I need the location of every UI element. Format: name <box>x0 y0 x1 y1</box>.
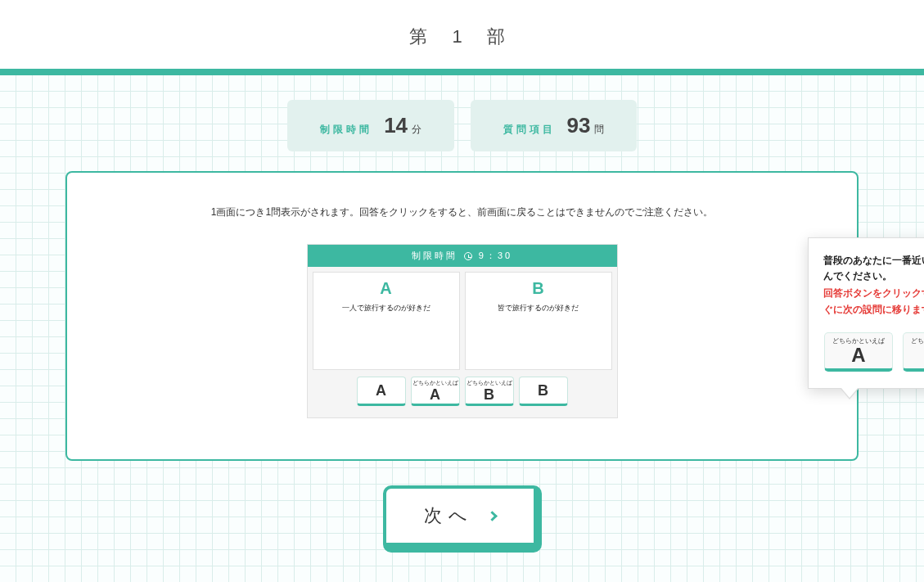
demo-buttons: A どちらかといえば A どちらかといえば B B <box>308 377 617 406</box>
demo-answer-b-big: B <box>538 383 548 398</box>
tooltip-buttons: どちらかといえば A どちらかといえば B ☝ <box>823 332 924 372</box>
question-count-unit: 問 <box>594 124 604 135</box>
demo-header: 制限時間 9：30 <box>308 245 617 267</box>
clock-icon <box>464 252 472 260</box>
question-count-value: 93 <box>567 113 591 138</box>
next-button-wrap: 次へ <box>65 485 859 553</box>
demo-answer-b[interactable]: B <box>519 377 568 406</box>
chevron-right-icon <box>487 511 498 521</box>
demo-panels: A 一人で旅行するのが好きだ B 皆で旅行するのが好きだ <box>308 267 617 375</box>
demo-panel-b: B 皆で旅行するのが好きだ <box>465 272 612 370</box>
panel-b-statement: 皆で旅行するのが好きだ <box>471 303 606 314</box>
tooltip-answer-b[interactable]: どちらかといえば B ☝ <box>903 332 924 372</box>
instruction-card: 1画面につき1問表示がされます。回答をクリックをすると、前画面に戻ることはできま… <box>65 171 859 461</box>
divider-top <box>0 69 924 75</box>
info-badges: 制限時間 14 分 質問項目 93 問 <box>65 100 859 151</box>
page-title: 第 1 部 <box>0 0 924 69</box>
tooltip-line-1: 普段のあなたに一番近いものを選んでください。 <box>823 253 924 284</box>
panel-b-letter: B <box>471 279 606 298</box>
demo-answer-rather-a[interactable]: どちらかといえば A <box>411 377 460 406</box>
demo-header-label: 制限時間 <box>412 250 457 262</box>
tooltip-answer-b-small: どちらかといえば <box>911 336 924 345</box>
panel-a-letter: A <box>318 279 454 298</box>
tooltip-answer-a-big: A <box>851 345 865 365</box>
next-button[interactable]: 次へ <box>383 485 542 553</box>
time-limit-badge: 制限時間 14 分 <box>287 100 453 151</box>
demo-answer-rather-b-big: B <box>484 387 494 402</box>
question-count-badge: 質問項目 93 問 <box>471 100 637 151</box>
demo-answer-rather-a-big: A <box>430 387 440 402</box>
tooltip-line-2: 回答ボタンをクリックすると、すぐに次の設問に移ります。 <box>823 286 924 317</box>
demo-header-time: 9：30 <box>479 250 512 262</box>
demo-answer-a[interactable]: A <box>357 377 406 406</box>
time-limit-value: 14 <box>384 113 408 138</box>
time-limit-unit: 分 <box>412 124 421 135</box>
demo-wrap: 制限時間 9：30 A 一人で旅行するのが好きだ B 皆で旅行するのが好きだ <box>141 244 783 418</box>
demo-screenshot: 制限時間 9：30 A 一人で旅行するのが好きだ B 皆で旅行するのが好きだ <box>307 244 618 418</box>
time-limit-label: 制限時間 <box>320 123 372 137</box>
main-content: 制限時間 14 分 質問項目 93 問 1画面につき1問表示がされます。回答をク… <box>0 75 924 582</box>
demo-panel-a: A 一人で旅行するのが好きだ <box>313 272 460 370</box>
next-button-label: 次へ <box>424 503 474 528</box>
question-count-label: 質問項目 <box>503 123 556 137</box>
demo-answer-rather-b[interactable]: どちらかといえば B <box>465 377 514 406</box>
tooltip-answer-a[interactable]: どちらかといえば A <box>824 332 893 372</box>
card-instruction-text: 1画面につき1問表示がされます。回答をクリックをすると、前画面に戻ることはできま… <box>141 205 783 219</box>
panel-a-statement: 一人で旅行するのが好きだ <box>318 303 454 314</box>
tooltip: 普段のあなたに一番近いものを選んでください。 回答ボタンをクリックすると、すぐに… <box>808 237 924 389</box>
demo-answer-a-big: A <box>376 383 386 398</box>
